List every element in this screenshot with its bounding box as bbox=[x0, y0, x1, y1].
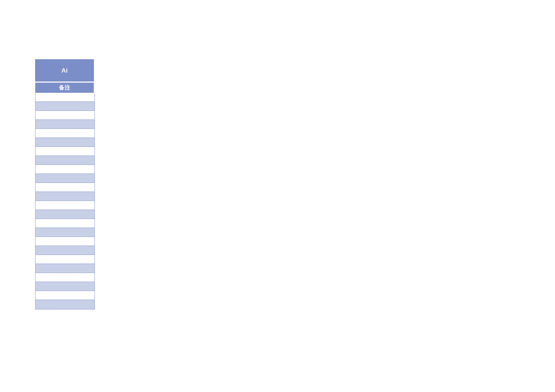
table-row bbox=[36, 165, 94, 174]
table-row bbox=[36, 282, 94, 291]
table-row bbox=[36, 210, 94, 219]
column-header: 备注 bbox=[35, 82, 94, 93]
header-cell: Ai bbox=[35, 59, 94, 82]
page-container: Ai 备注 bbox=[0, 0, 555, 392]
table-row bbox=[36, 237, 94, 246]
table-row bbox=[36, 138, 94, 147]
table-row bbox=[36, 156, 94, 165]
table-row bbox=[36, 147, 94, 156]
column-header-label: 备注 bbox=[59, 84, 70, 92]
table-row bbox=[36, 255, 94, 264]
table-row bbox=[36, 246, 94, 255]
table-area: Ai 备注 bbox=[35, 59, 95, 310]
header-label: Ai bbox=[62, 67, 68, 74]
table-row bbox=[36, 201, 94, 210]
table-row bbox=[36, 300, 94, 309]
table-row bbox=[36, 219, 94, 228]
table-row bbox=[36, 120, 94, 129]
table-row bbox=[36, 264, 94, 273]
table-row bbox=[36, 192, 94, 201]
table-row bbox=[36, 129, 94, 138]
table-row bbox=[36, 273, 94, 282]
table-row bbox=[36, 93, 94, 102]
table-body bbox=[35, 93, 95, 310]
table-row bbox=[36, 174, 94, 183]
table-row bbox=[36, 228, 94, 237]
table-row bbox=[36, 291, 94, 300]
table-row bbox=[36, 111, 94, 120]
table-row bbox=[36, 102, 94, 111]
table-row bbox=[36, 183, 94, 192]
